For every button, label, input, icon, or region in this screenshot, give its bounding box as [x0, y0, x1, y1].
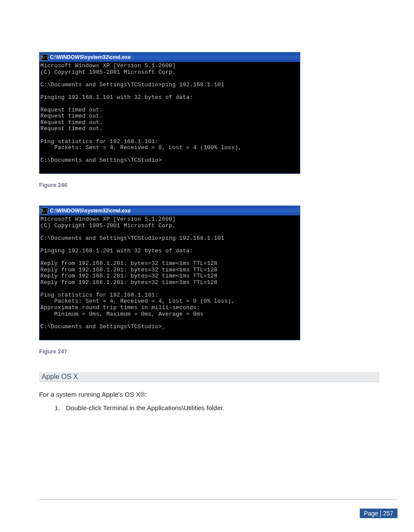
cmd-prompt-icon: C:\: [41, 54, 48, 61]
cmd-window-2: C:\ C:\WINDOWS\system32\cmd.exe Microsof…: [39, 206, 300, 340]
list-text: Double-click Terminal in the Application…: [66, 404, 224, 411]
list-item-1: 1.Double-click Terminal in the Applicati…: [55, 404, 379, 411]
figure-caption-247: Figure 247: [39, 348, 379, 355]
cmd-titlebar-2: C:\ C:\WINDOWS\system32\cmd.exe: [39, 206, 300, 215]
cmd-title-2: C:\WINDOWS\system32\cmd.exe: [50, 208, 131, 214]
page-number-badge: Page | 257: [360, 509, 398, 518]
cmd-titlebar-1: C:\ C:\WINDOWS\system32\cmd.exe: [39, 52, 300, 62]
cmd-title-1: C:\WINDOWS\system32\cmd.exe: [50, 54, 131, 60]
list-number: 1.: [55, 404, 66, 411]
figure-caption-246: Figure 246: [39, 182, 379, 188]
cmd-window-1: C:\ C:\WINDOWS\system32\cmd.exe Microsof…: [39, 52, 300, 174]
cmd-body-2: Microsoft Windows XP [Version 5.1.2600] …: [39, 215, 300, 339]
section-heading-apple-osx: Apple OS X: [39, 372, 379, 382]
page-footer: Page | 257: [39, 499, 398, 516]
cmd-body-1: Microsoft Windows XP [Version 5.1.2600] …: [39, 62, 300, 173]
paragraph-intro: For a system running Apple’s OS X®:: [39, 391, 379, 398]
page: C:\ C:\WINDOWS\system32\cmd.exe Microsof…: [0, 0, 414, 532]
cmd-prompt-icon: C:\: [41, 208, 48, 214]
